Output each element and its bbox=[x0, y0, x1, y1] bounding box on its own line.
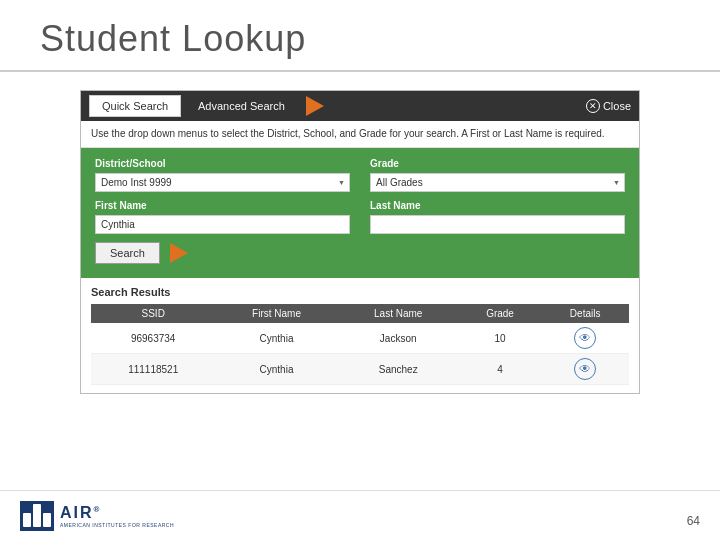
close-button[interactable]: ✕ Close bbox=[586, 99, 631, 113]
details-icon[interactable]: 👁 bbox=[574, 327, 596, 349]
lookup-panel: Quick Search Advanced Search ✕ Close Use… bbox=[80, 90, 640, 394]
results-title: Search Results bbox=[91, 286, 629, 298]
cell-last-name: Sanchez bbox=[338, 354, 459, 385]
cell-first-name: Cynthia bbox=[215, 323, 337, 354]
svg-rect-1 bbox=[33, 504, 41, 527]
col-last-name: Last Name bbox=[338, 304, 459, 323]
results-section: Search Results SSID First Name Last Name… bbox=[81, 278, 639, 393]
field-row-2: First Name Last Name bbox=[95, 200, 625, 234]
footer-page-number: 64 bbox=[687, 514, 700, 528]
grade-select-wrapper: All Grades bbox=[370, 172, 625, 192]
last-name-input[interactable] bbox=[370, 215, 625, 234]
logo-air-text: AIR® bbox=[60, 504, 174, 522]
page-header: Student Lookup bbox=[0, 0, 720, 72]
svg-rect-0 bbox=[23, 513, 31, 527]
tab-advanced-search[interactable]: Advanced Search bbox=[185, 95, 298, 117]
search-arrow-icon bbox=[170, 243, 188, 263]
cell-details: 👁 bbox=[541, 323, 629, 354]
close-label: Close bbox=[603, 100, 631, 112]
grade-label: Grade bbox=[370, 158, 625, 169]
first-name-input[interactable] bbox=[95, 215, 350, 234]
search-section: District/School Demo Inst 9999 Grade All… bbox=[81, 148, 639, 278]
col-first-name: First Name bbox=[215, 304, 337, 323]
page-footer: AIR® AMERICAN INSTITUTES FOR RESEARCH 64 bbox=[0, 490, 720, 540]
details-icon[interactable]: 👁 bbox=[574, 358, 596, 380]
cell-first-name: Cynthia bbox=[215, 354, 337, 385]
cell-details: 👁 bbox=[541, 354, 629, 385]
district-school-select-wrapper: Demo Inst 9999 bbox=[95, 172, 350, 192]
eye-icon-symbol: 👁 bbox=[579, 331, 591, 345]
eye-icon-symbol: 👁 bbox=[579, 362, 591, 376]
first-name-label: First Name bbox=[95, 200, 350, 211]
results-header-row: SSID First Name Last Name Grade Details bbox=[91, 304, 629, 323]
main-content: Quick Search Advanced Search ✕ Close Use… bbox=[0, 72, 720, 404]
close-circle-icon: ✕ bbox=[586, 99, 600, 113]
district-school-label: District/School bbox=[95, 158, 350, 169]
last-name-label: Last Name bbox=[370, 200, 625, 211]
table-row: 111118521 Cynthia Sanchez 4 👁 bbox=[91, 354, 629, 385]
tab-quick-search[interactable]: Quick Search bbox=[89, 95, 181, 117]
grade-select[interactable]: All Grades bbox=[370, 173, 625, 192]
table-row: 96963734 Cynthia Jackson 10 👁 bbox=[91, 323, 629, 354]
district-school-select[interactable]: Demo Inst 9999 bbox=[95, 173, 350, 192]
results-table: SSID First Name Last Name Grade Details … bbox=[91, 304, 629, 385]
cell-ssid: 111118521 bbox=[91, 354, 215, 385]
last-name-group: Last Name bbox=[370, 200, 625, 234]
cell-ssid: 96963734 bbox=[91, 323, 215, 354]
field-row-1: District/School Demo Inst 9999 Grade All… bbox=[95, 158, 625, 192]
info-text: Use the drop down menus to select the Di… bbox=[81, 121, 639, 148]
cell-last-name: Jackson bbox=[338, 323, 459, 354]
logo-subtitle: AMERICAN INSTITUTES FOR RESEARCH bbox=[60, 522, 174, 528]
grade-group: Grade All Grades bbox=[370, 158, 625, 192]
footer-logo: AIR® AMERICAN INSTITUTES FOR RESEARCH bbox=[20, 501, 174, 531]
first-name-group: First Name bbox=[95, 200, 350, 234]
col-details: Details bbox=[541, 304, 629, 323]
logo-box bbox=[20, 501, 54, 531]
cell-grade: 10 bbox=[459, 323, 541, 354]
svg-rect-2 bbox=[43, 513, 51, 527]
tab-arrow-icon bbox=[306, 96, 324, 116]
col-grade: Grade bbox=[459, 304, 541, 323]
tab-bar: Quick Search Advanced Search ✕ Close bbox=[81, 91, 639, 121]
logo-text-group: AIR® AMERICAN INSTITUTES FOR RESEARCH bbox=[60, 504, 174, 528]
page-title: Student Lookup bbox=[40, 18, 680, 60]
cell-grade: 4 bbox=[459, 354, 541, 385]
search-button[interactable]: Search bbox=[95, 242, 160, 264]
col-ssid: SSID bbox=[91, 304, 215, 323]
search-btn-row: Search bbox=[95, 242, 625, 264]
district-school-group: District/School Demo Inst 9999 bbox=[95, 158, 350, 192]
